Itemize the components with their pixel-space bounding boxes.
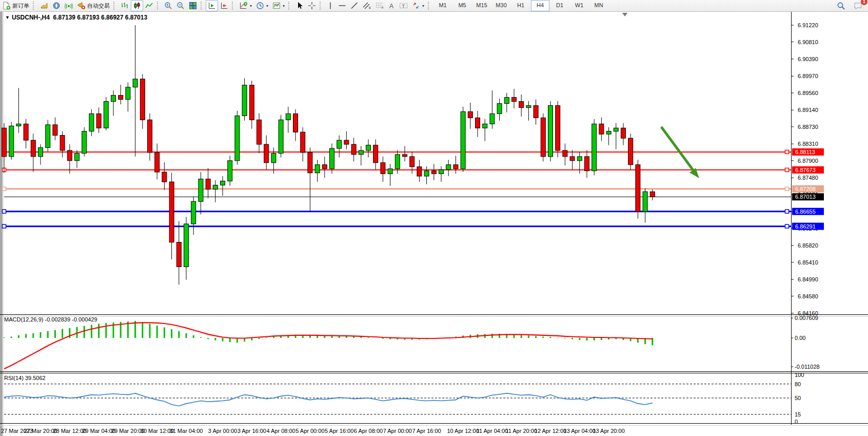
quote-line[interactable]: ▼USDCNH-,H4 6.87139 6.87193 6.86927 6.87… [5, 14, 147, 21]
auto-scroll-button[interactable] [206, 0, 218, 11]
timeframe-button-d1[interactable]: D1 [550, 0, 569, 11]
hline-marker[interactable] [3, 210, 6, 213]
candle-body [599, 124, 604, 134]
candle-body [315, 165, 320, 173]
time-axis-label: 10 Apr 12:00 [447, 428, 479, 434]
candlestick-chart-button[interactable] [131, 0, 143, 11]
candle-body [24, 124, 28, 140]
macd-axis-label: 0.007609 [795, 315, 818, 321]
candle-body [534, 106, 538, 118]
search-button[interactable] [835, 0, 847, 11]
symbol-period: USDCNH-,H4 [12, 14, 50, 21]
candle-body [395, 155, 400, 169]
horizontal-line-tool[interactable] [336, 0, 348, 11]
toolbar-grip [157, 2, 161, 10]
chevron-down-icon[interactable]: ▾ [283, 4, 285, 8]
candle-body [53, 125, 57, 136]
zoom-in-button[interactable] [162, 0, 174, 11]
timeframe-button-w1[interactable]: W1 [570, 0, 588, 11]
trendline-tool[interactable] [348, 0, 361, 11]
chevron-down-icon[interactable]: ▾ [422, 4, 424, 8]
candle-body [417, 167, 422, 176]
navigator-button[interactable] [50, 0, 63, 11]
text-label-tool[interactable]: T [397, 0, 410, 11]
zoom-out-button[interactable] [174, 0, 187, 11]
price-axis-label: 6.89140 [798, 107, 818, 113]
candle-body [439, 169, 444, 174]
price-axis-label: 6.85820 [798, 242, 818, 249]
timeframe-button-m1[interactable]: M1 [433, 0, 452, 11]
price-axis-label: 6.89970 [798, 73, 818, 79]
signal-icon [65, 2, 73, 10]
notifications-button[interactable]: 1 [852, 0, 865, 11]
hline-marker[interactable] [785, 224, 789, 228]
price-axis-label: 6.89560 [798, 90, 818, 96]
candle-body [526, 106, 531, 108]
indicators-button[interactable]: ▾ [237, 0, 254, 11]
hline-marker[interactable] [785, 150, 789, 154]
terminal-button[interactable] [63, 0, 75, 11]
crosshair-button[interactable] [306, 0, 318, 11]
tile-windows-button[interactable] [187, 0, 199, 11]
bar-chart-button[interactable] [119, 0, 131, 11]
timeframe-button-m15[interactable]: M15 [472, 0, 491, 11]
candle-body [235, 116, 240, 160]
price-axis-label: 6.88310 [798, 141, 818, 147]
market-watch-button[interactable] [38, 0, 50, 11]
hline-marker[interactable] [785, 187, 789, 191]
hline-marker[interactable] [785, 168, 789, 172]
vertical-line-tool[interactable] [325, 0, 336, 11]
candle-body [519, 102, 524, 108]
auto-trading-icon [77, 2, 86, 10]
hline-marker[interactable] [3, 187, 6, 191]
svg-text:T: T [402, 4, 405, 9]
time-axis-label: 3 Apr 00:00 [208, 428, 237, 434]
hline-marker[interactable] [3, 224, 6, 228]
rsi-axis-label: 15 [795, 411, 801, 418]
time-axis: 27 Mar 202327 Mar 20:0028 Mar 12:0029 Ma… [1, 428, 625, 434]
candle-body [82, 131, 87, 154]
text-tool[interactable]: A [386, 0, 397, 11]
periods-button[interactable]: ▾ [254, 0, 270, 11]
candle-body [373, 145, 378, 163]
rsi-axis-label: 0 [795, 419, 798, 425]
price-axis-label: 6.85410 [798, 259, 818, 266]
candle-body [621, 128, 626, 138]
horizontal-line-icon [338, 2, 346, 10]
equidistant-channel-tool[interactable]: E [361, 0, 373, 11]
timeframe-button-m5[interactable]: M5 [453, 0, 471, 11]
candle-body [344, 140, 349, 144]
chart-canvas[interactable]: 6.912206.908106.903906.899706.895606.891… [0, 0, 868, 436]
price-axis-label: 6.88730 [798, 124, 818, 130]
cursor-button[interactable] [293, 0, 306, 11]
candle-body [155, 153, 160, 172]
auto-trading-button[interactable]: 自动交易 [75, 0, 112, 11]
candle-body [388, 169, 392, 174]
chart-shift-button[interactable] [218, 0, 230, 11]
line-chart-button[interactable] [143, 0, 155, 11]
new-order-button[interactable]: 新订单 [0, 0, 31, 11]
templates-button[interactable]: ▾ [270, 0, 287, 11]
toolbar-grip [113, 2, 117, 10]
rsi-axis-label: 100 [795, 372, 804, 378]
candle-body [636, 165, 640, 212]
candle-body [483, 124, 487, 128]
chevron-down-icon[interactable]: ▾ [250, 4, 252, 8]
time-axis-label: 5 Apr 16:00 [325, 428, 353, 434]
one-click-trading-expander-icon[interactable]: ▼ [5, 15, 10, 20]
timeframe-button-h1[interactable]: H1 [511, 0, 530, 11]
timeframe-button-h4[interactable]: H4 [531, 0, 549, 11]
arrows-tool[interactable]: ▾ [410, 0, 426, 11]
hline-marker[interactable] [785, 210, 789, 213]
time-axis-label: 28 Mar 12:00 [53, 428, 86, 434]
timeframe-button-m30[interactable]: M30 [492, 0, 510, 11]
toolbar: 新订单 自动交易 [0, 0, 868, 12]
timeframe-button-mn[interactable]: MN [589, 0, 608, 11]
macd-axis-label: 0.00 [795, 335, 805, 341]
candle-body [351, 144, 356, 155]
price-badge: 6.88113 [795, 149, 815, 155]
time-axis-label: 13 Apr 20:00 [593, 428, 624, 434]
fibonacci-tool[interactable]: F [373, 0, 386, 11]
candle-body [563, 150, 567, 157]
chevron-down-icon[interactable]: ▾ [266, 4, 268, 8]
